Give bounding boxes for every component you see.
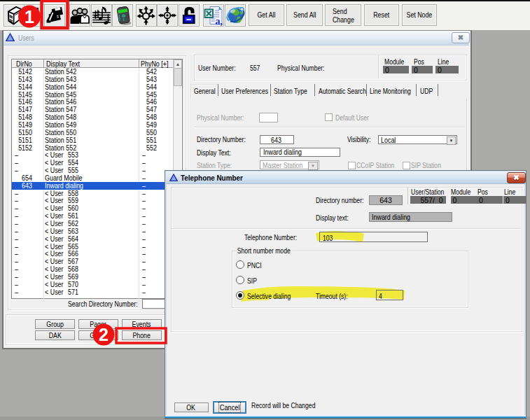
svg-text:2: 2: [99, 325, 109, 344]
svg-text:1: 1: [25, 7, 34, 27]
